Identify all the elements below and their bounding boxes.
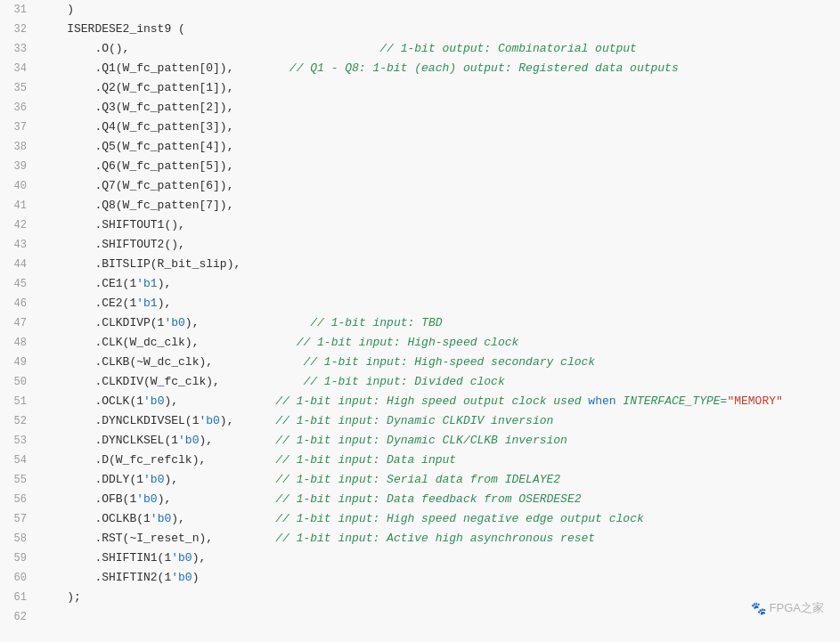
code-segment: .Q4(W_fc_patten[3]), xyxy=(39,120,233,134)
line-content: .Q1(W_fc_patten[0]), // Q1 - Q8: 1-bit (… xyxy=(36,59,840,78)
line-content: .D(W_fc_refclk), // 1-bit input: Data in… xyxy=(36,451,840,470)
code-segment: .DYNCLKSEL(1 xyxy=(39,434,178,447)
code-segment: .DYNCLKDIVSEL(1 xyxy=(39,414,199,427)
line-number: 56 xyxy=(0,490,36,509)
line-number: 42 xyxy=(0,215,36,235)
line-number: 41 xyxy=(0,196,36,215)
code-segment: // 1-bit input: Divided clock xyxy=(220,375,505,388)
line-number: 49 xyxy=(0,353,36,372)
code-segment: ), xyxy=(199,434,213,447)
code-line: 31 ) xyxy=(0,0,840,20)
code-segment: // 1-bit input: Dynamic CLK/CLKB inversi… xyxy=(213,434,567,447)
line-content: .DYNCLKSEL(1'b0), // 1-bit input: Dynami… xyxy=(36,431,840,451)
code-segment: .SHIFTIN2(1 xyxy=(39,571,171,584)
code-line: 35 .Q2(W_fc_patten[1]), xyxy=(0,78,840,98)
line-number: 44 xyxy=(0,255,36,274)
code-line: 54 .D(W_fc_refclk), // 1-bit input: Data… xyxy=(0,451,840,470)
line-content: .CLK(W_dc_clk), // 1-bit input: High-spe… xyxy=(36,333,840,353)
code-line: 59 .SHIFTIN1(1'b0), xyxy=(0,549,840,568)
line-content: .Q8(W_fc_patten[7]), xyxy=(36,196,840,215)
code-segment: ) xyxy=(39,3,74,16)
code-line: 34 .Q1(W_fc_patten[0]), // Q1 - Q8: 1-bi… xyxy=(0,59,840,78)
line-number: 36 xyxy=(0,98,36,118)
line-content: .O(), // 1-bit output: Combinatorial out… xyxy=(36,39,840,59)
line-content: .CLKDIV(W_fc_clk), // 1-bit input: Divid… xyxy=(36,372,840,392)
code-segment: .SHIFTOUT1(), xyxy=(39,218,185,232)
line-content: .SHIFTIN2(1'b0) xyxy=(36,568,840,588)
code-segment: ), xyxy=(192,551,207,565)
code-segment: ), xyxy=(158,277,172,290)
code-segment: .CLKB(~W_dc_clk), xyxy=(39,355,213,369)
line-content: .CLKDIVP(1'b0), // 1-bit input: TBD xyxy=(36,313,840,333)
code-line: 57 .OCLKB(1'b0), // 1-bit input: High sp… xyxy=(0,509,840,529)
code-segment: 'b0 xyxy=(151,512,171,525)
logo-text: FPGA之家 xyxy=(770,600,824,616)
line-number: 46 xyxy=(0,294,36,313)
code-segment: .Q3(W_fc_patten[2]), xyxy=(39,101,233,114)
code-segment: "MEMORY" xyxy=(727,394,782,408)
code-line: 47 .CLKDIVP(1'b0), // 1-bit input: TBD xyxy=(0,313,840,333)
code-segment: // 1-bit input: High-speed clock xyxy=(199,336,518,349)
code-segment: // 1-bit input: TBD xyxy=(199,316,442,329)
code-line: 46 .CE2(1'b1), xyxy=(0,294,840,313)
code-line: 48 .CLK(W_dc_clk), // 1-bit input: High-… xyxy=(0,333,840,353)
line-number: 54 xyxy=(0,451,36,470)
line-content: ) xyxy=(36,0,840,20)
code-segment: // 1-bit input: Data input xyxy=(206,453,456,467)
line-number: 43 xyxy=(0,235,36,255)
code-line: 38 .Q5(W_fc_patten[4]), xyxy=(0,137,840,157)
code-segment: 'b0 xyxy=(136,492,157,506)
line-number: 55 xyxy=(0,470,36,490)
code-segment: // 1-bit input: Active high asynchronous… xyxy=(213,532,595,545)
code-line: 32 ISERDESE2_inst9 ( xyxy=(0,20,840,39)
line-number: 40 xyxy=(0,176,36,196)
code-segment: .SHIFTIN1(1 xyxy=(39,551,171,565)
code-segment: .CLKDIV(W_fc_clk), xyxy=(39,375,220,388)
line-content: .DDLY(1'b0), // 1-bit input: Serial data… xyxy=(36,470,840,490)
code-segment: .SHIFTOUT2(), xyxy=(39,238,185,251)
code-line: 56 .OFB(1'b0), // 1-bit input: Data feed… xyxy=(0,490,840,509)
code-segment: .Q1(W_fc_patten[0]), xyxy=(39,61,233,75)
line-number: 59 xyxy=(0,549,36,568)
line-number: 48 xyxy=(0,333,36,353)
line-content: .CE1(1'b1), xyxy=(36,274,840,294)
code-segment: .Q5(W_fc_patten[4]), xyxy=(39,140,233,153)
line-number: 47 xyxy=(0,313,36,333)
line-content: .OFB(1'b0), // 1-bit input: Data feedbac… xyxy=(36,490,840,509)
code-segment: 'b0 xyxy=(199,414,219,427)
line-number: 32 xyxy=(0,20,36,39)
line-content: .DYNCLKDIVSEL(1'b0), // 1-bit input: Dyn… xyxy=(36,411,840,431)
line-number: 38 xyxy=(0,137,36,157)
code-segment: 'b1 xyxy=(136,277,157,290)
line-number: 31 xyxy=(0,0,36,20)
line-content: .Q5(W_fc_patten[4]), xyxy=(36,137,840,157)
line-content: .Q7(W_fc_patten[6]), xyxy=(36,176,840,196)
code-segment: .CLK(W_dc_clk), xyxy=(39,336,199,349)
code-line: 60 .SHIFTIN2(1'b0) xyxy=(0,568,840,588)
line-number: 50 xyxy=(0,372,36,392)
line-number: 37 xyxy=(0,118,36,137)
code-segment: ), xyxy=(158,492,172,506)
line-content: .RST(~I_reset_n), // 1-bit input: Active… xyxy=(36,529,840,549)
code-line: 55 .DDLY(1'b0), // 1-bit input: Serial d… xyxy=(0,470,840,490)
logo-icon: 🐾 xyxy=(751,601,766,615)
code-segment: .BITSLIP(R_bit_slip), xyxy=(39,257,241,271)
code-segment: // 1-bit input: Data feedback from OSERD… xyxy=(171,492,581,506)
code-segment: 'b0 xyxy=(178,434,199,447)
code-segment: ), xyxy=(185,316,200,329)
code-segment: .OFB(1 xyxy=(39,492,136,506)
code-editor: 31 )32 ISERDESE2_inst9 (33 .O(), // 1-bi… xyxy=(0,0,840,627)
code-segment: // 1-bit input: Serial data from IDELAYE… xyxy=(178,473,560,486)
line-number: 57 xyxy=(0,509,36,529)
code-line: 37 .Q4(W_fc_patten[3]), xyxy=(0,118,840,137)
line-content: .SHIFTOUT1(), xyxy=(36,215,840,235)
code-segment: // Q1 - Q8: 1-bit (each) output: Registe… xyxy=(233,61,678,75)
line-content: .SHIFTOUT2(), xyxy=(36,235,840,255)
line-number: 33 xyxy=(0,39,36,59)
code-segment: .Q7(W_fc_patten[6]), xyxy=(39,179,233,192)
code-segment: .RST(~I_reset_n), xyxy=(39,532,213,545)
line-content: .CLKB(~W_dc_clk), // 1-bit input: High-s… xyxy=(36,353,840,372)
line-number: 45 xyxy=(0,274,36,294)
code-segment: // 1-bit input: Dynamic CLKDIV inversion xyxy=(233,414,553,427)
code-segment: 'b1 xyxy=(136,297,157,310)
